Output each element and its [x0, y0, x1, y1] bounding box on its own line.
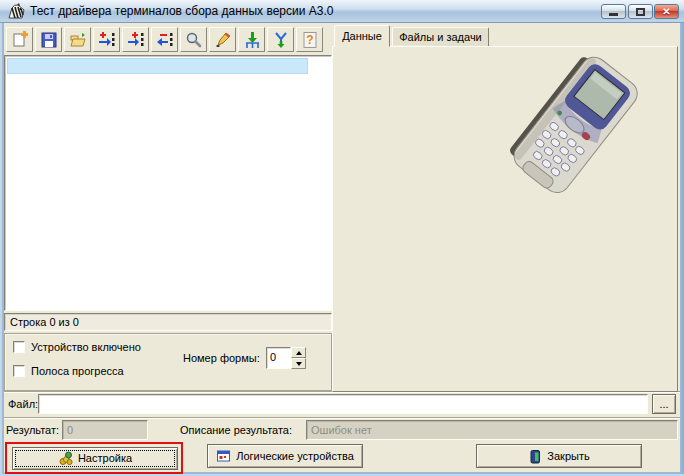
- data-grid[interactable]: [4, 55, 332, 311]
- titlebar[interactable]: Тест драйвера терминалов сбора данных ве…: [0, 0, 684, 23]
- toolbar-insert-record-button[interactable]: [93, 27, 120, 52]
- window-title: Тест драйвера терминалов сбора данных ве…: [30, 5, 333, 18]
- new-file-icon: [11, 31, 29, 49]
- spin-up-button[interactable]: [291, 347, 306, 358]
- remove-record-icon: [156, 31, 174, 49]
- browse-label: ...: [659, 398, 668, 411]
- close-icon: ✕: [662, 7, 670, 17]
- logical-devices-label: Логические устройства: [236, 450, 354, 463]
- device-on-label: Устройство включено: [31, 341, 141, 354]
- insert-record-icon: [98, 31, 116, 49]
- toolbar-new-button[interactable]: [6, 27, 33, 52]
- device-on-checkbox[interactable]: [13, 341, 25, 353]
- form-number-label: Номер формы:: [183, 352, 260, 365]
- close-button[interactable]: ✕: [654, 4, 679, 19]
- logical-devices-button[interactable]: Логические устройства: [207, 444, 363, 468]
- toolbar-open-button[interactable]: [64, 27, 91, 52]
- progress-bar-label: Полоса прогресса: [31, 365, 124, 378]
- terminal-device-image: [495, 56, 675, 206]
- tab-files-tasks-label: Файлы и задачи: [399, 31, 482, 44]
- settings-hand-icon: [58, 451, 73, 466]
- zebra-icon: [7, 3, 26, 20]
- tab-data[interactable]: Данные: [334, 25, 390, 47]
- help-icon: ?: [301, 31, 319, 49]
- result-description-label: Описание результата:: [180, 424, 292, 437]
- result-label: Результат:: [6, 424, 59, 437]
- arrow-up-icon: [296, 351, 302, 355]
- toolbar-search-button[interactable]: [180, 27, 207, 52]
- grid-selected-row[interactable]: [7, 58, 308, 74]
- browse-button[interactable]: ...: [652, 394, 676, 414]
- post-data-icon: [243, 31, 261, 49]
- form-number-value[interactable]: 0: [266, 347, 291, 369]
- svg-text:?: ?: [306, 33, 313, 47]
- close-app-label: Закрыть: [547, 450, 589, 463]
- close-app-button[interactable]: Закрыть: [476, 444, 642, 468]
- save-icon: [40, 31, 58, 49]
- spin-down-button[interactable]: [291, 358, 306, 369]
- search-icon: [185, 31, 203, 49]
- maximize-button[interactable]: [628, 4, 653, 19]
- toolbar-add-record-button[interactable]: [122, 27, 149, 52]
- tab-files-tasks[interactable]: Файлы и задачи: [392, 27, 489, 47]
- separator: [4, 417, 680, 419]
- commit-icon: [272, 31, 290, 49]
- status-text: Строка 0 из 0: [10, 316, 79, 328]
- toolbar-remove-record-button[interactable]: [151, 27, 178, 52]
- toolbar-edit-button[interactable]: [209, 27, 236, 52]
- file-label: Файл:: [8, 398, 38, 411]
- progress-bar-checkbox[interactable]: [13, 365, 25, 377]
- file-path-field[interactable]: [38, 394, 648, 414]
- edit-clear-icon: [214, 31, 232, 49]
- tab-data-label: Данные: [342, 30, 382, 43]
- open-folder-icon: [69, 31, 87, 49]
- settings-button[interactable]: Настройка: [12, 447, 178, 470]
- exit-door-icon: [528, 449, 542, 464]
- toolbar-save-button[interactable]: [35, 27, 62, 52]
- logical-devices-icon: [216, 449, 231, 463]
- status-bar: Строка 0 из 0: [4, 313, 332, 331]
- add-record-icon: [127, 31, 145, 49]
- toolbar-commit-button[interactable]: [267, 27, 294, 52]
- toolbar-post-button[interactable]: [238, 27, 265, 52]
- toolbar-help-button[interactable]: ?: [296, 27, 323, 52]
- form-number-spinner[interactable]: 0: [266, 347, 306, 369]
- app-window: Тест драйвера терминалов сбора данных ве…: [0, 0, 684, 476]
- minimize-icon: [609, 13, 618, 16]
- settings-label: Настройка: [78, 452, 132, 465]
- result-field: 0: [62, 420, 148, 440]
- minimize-button[interactable]: [601, 4, 626, 19]
- maximize-icon: [636, 8, 645, 16]
- arrow-down-icon: [296, 362, 302, 366]
- result-description-field: Ошибок нет: [306, 420, 678, 440]
